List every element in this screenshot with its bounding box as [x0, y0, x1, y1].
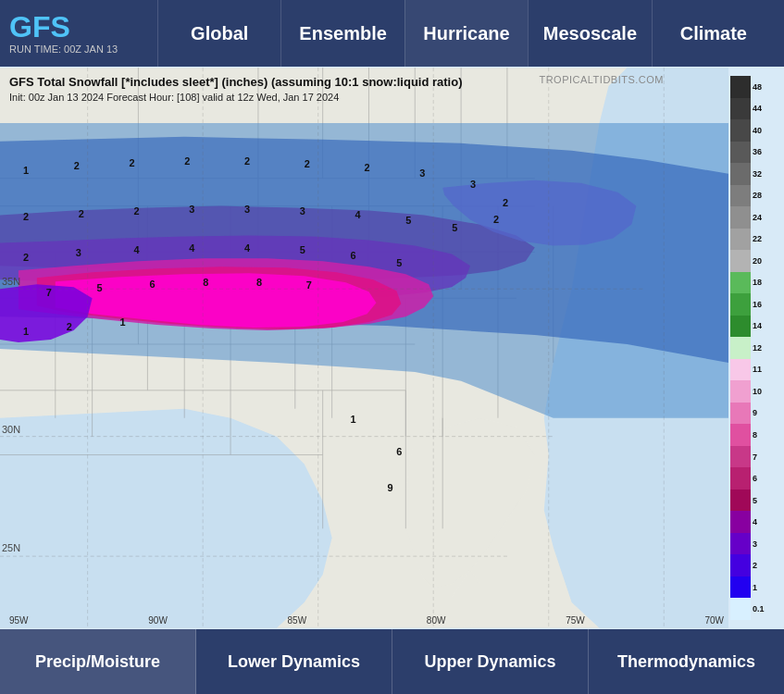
scale-value-label: 7	[751, 446, 757, 468]
scale-color-block	[730, 206, 751, 229]
scale-row: 10	[730, 380, 777, 403]
color-scale: 4844403632282422201816141211109876543210…	[730, 76, 777, 620]
svg-text:30N: 30N	[2, 424, 20, 435]
svg-text:4: 4	[244, 242, 251, 254]
scale-color-block	[730, 424, 751, 446]
scale-row: 4	[730, 511, 777, 533]
scale-value-label: 2	[751, 554, 757, 576]
scale-row: 0.1	[730, 598, 777, 620]
scale-row: 16	[730, 293, 777, 316]
scale-row: 14	[730, 316, 777, 338]
svg-text:25N: 25N	[2, 542, 20, 553]
map-title: GFS Total Snowfall [*includes sleet*] (i…	[9, 74, 463, 91]
scale-value-label: 24	[751, 206, 762, 229]
svg-text:5: 5	[405, 216, 411, 227]
scale-row: 48	[730, 76, 777, 98]
nav-upper-dynamics[interactable]: Upper Dynamics	[392, 629, 589, 694]
scale-row: 8	[730, 424, 777, 446]
scale-color-block	[730, 380, 751, 403]
svg-text:2: 2	[129, 157, 134, 168]
scale-row: 3	[730, 533, 777, 555]
svg-text:2: 2	[184, 155, 190, 167]
svg-text:5: 5	[97, 282, 103, 293]
scale-color-block	[730, 98, 751, 120]
scale-row: 40	[730, 119, 777, 142]
scale-value-label: 48	[751, 76, 762, 98]
nav-thermodynamics[interactable]: Thermodynamics	[589, 629, 784, 694]
nav-mesoscale[interactable]: Mesoscale	[528, 0, 651, 67]
lon-label-75w: 75W	[566, 615, 585, 626]
scale-row: 11	[730, 359, 777, 381]
svg-text:5: 5	[452, 222, 457, 233]
scale-row: 20	[730, 250, 777, 272]
scale-value-label: 20	[751, 250, 762, 272]
svg-text:3: 3	[189, 204, 194, 215]
scale-row: 12	[730, 337, 777, 359]
nav-hurricane[interactable]: Hurricane	[404, 0, 528, 67]
svg-text:3: 3	[419, 167, 425, 179]
scale-value-label: 8	[751, 424, 757, 446]
nav-lower-dynamics[interactable]: Lower Dynamics	[196, 629, 392, 694]
scale-value-label: 32	[751, 163, 762, 185]
lon-label-70w: 70W	[704, 615, 724, 626]
scale-row: 2	[730, 554, 777, 576]
svg-text:3: 3	[470, 179, 476, 190]
svg-text:2: 2	[503, 197, 508, 208]
lon-label-80w: 80W	[427, 615, 446, 626]
scale-value-label: 4	[751, 511, 757, 533]
scale-row: 22	[730, 229, 777, 251]
svg-text:8: 8	[203, 277, 208, 288]
watermark: TROPICALTIDBITS.COM	[539, 74, 664, 85]
lon-label-95w: 95W	[9, 615, 29, 626]
scale-value-label: 0.1	[751, 598, 765, 620]
nav-climate[interactable]: Climate	[652, 0, 775, 67]
svg-text:2: 2	[74, 160, 80, 171]
scale-row: 18	[730, 272, 777, 294]
svg-text:4: 4	[189, 242, 195, 254]
scale-color-block	[730, 119, 751, 142]
scale-row: 7	[730, 446, 777, 468]
scale-row: 28	[730, 185, 777, 207]
svg-text:4: 4	[355, 209, 362, 220]
scale-row: 1	[730, 576, 777, 599]
gfs-title: GFS	[9, 12, 139, 42]
svg-text:9: 9	[387, 482, 392, 493]
svg-text:6: 6	[351, 250, 356, 261]
scale-row: 32	[730, 163, 777, 185]
scale-color-block	[730, 511, 751, 533]
scale-color-block	[730, 359, 751, 381]
svg-text:3: 3	[300, 205, 305, 217]
svg-text:2: 2	[23, 252, 29, 263]
svg-text:2: 2	[365, 162, 370, 173]
scale-color-block	[730, 533, 751, 555]
scale-value-label: 11	[751, 359, 762, 381]
svg-text:6: 6	[149, 279, 155, 290]
scale-color-block	[730, 490, 751, 512]
nav-ensemble[interactable]: Ensemble	[280, 0, 404, 67]
scale-color-block	[730, 142, 751, 164]
svg-text:2: 2	[133, 205, 139, 217]
nav-global[interactable]: Global	[157, 0, 280, 67]
bottom-nav: Precip/Moisture Lower Dynamics Upper Dyn…	[0, 629, 784, 694]
svg-text:6: 6	[396, 446, 402, 457]
svg-text:1: 1	[351, 414, 356, 425]
scale-color-block	[730, 554, 751, 576]
scale-color-block	[730, 576, 751, 599]
scale-color-block	[730, 403, 751, 425]
scale-value-label: 22	[751, 229, 762, 251]
svg-text:3: 3	[76, 247, 81, 258]
scale-color-block	[730, 229, 751, 251]
scale-row: 36	[730, 142, 777, 164]
scale-color-block	[730, 185, 751, 207]
scale-value-label: 28	[751, 185, 762, 207]
scale-value-label: 18	[751, 272, 762, 294]
scale-color-block	[730, 337, 751, 359]
scale-value-label: 1	[751, 576, 757, 599]
map-container: GFS Total Snowfall [*includes sleet*] (i…	[0, 67, 784, 629]
scale-color-block	[730, 446, 751, 468]
scale-color-block	[730, 76, 751, 98]
scale-value-label: 9	[751, 403, 757, 425]
svg-text:2: 2	[23, 211, 29, 222]
nav-precip-moisture[interactable]: Precip/Moisture	[0, 629, 196, 694]
scale-value-label: 44	[751, 98, 762, 120]
